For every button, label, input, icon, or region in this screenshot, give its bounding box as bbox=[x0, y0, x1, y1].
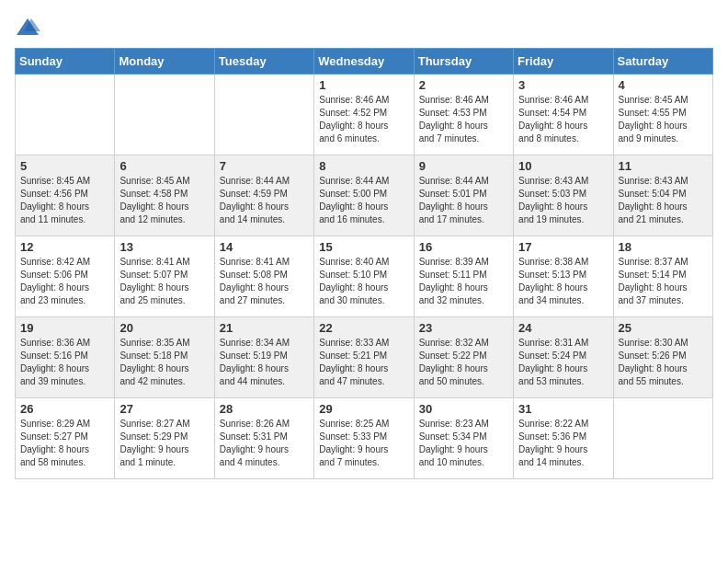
calendar-cell: 18Sunrise: 8:37 AM Sunset: 5:14 PM Dayli… bbox=[613, 236, 712, 317]
day-info: Sunrise: 8:31 AM Sunset: 5:24 PM Dayligh… bbox=[518, 337, 608, 388]
day-number: 16 bbox=[419, 240, 508, 254]
calendar-cell: 29Sunrise: 8:25 AM Sunset: 5:33 PM Dayli… bbox=[314, 398, 414, 479]
day-number: 8 bbox=[319, 159, 408, 173]
day-number: 7 bbox=[220, 159, 309, 173]
day-info: Sunrise: 8:44 AM Sunset: 5:00 PM Dayligh… bbox=[319, 175, 408, 226]
day-number: 22 bbox=[319, 321, 408, 335]
day-header-saturday: Saturday bbox=[613, 49, 712, 75]
calendar-cell: 23Sunrise: 8:32 AM Sunset: 5:22 PM Dayli… bbox=[414, 317, 513, 398]
calendar-cell: 1Sunrise: 8:46 AM Sunset: 4:52 PM Daylig… bbox=[314, 75, 414, 155]
day-number: 2 bbox=[419, 78, 508, 92]
day-info: Sunrise: 8:45 AM Sunset: 4:58 PM Dayligh… bbox=[119, 175, 209, 226]
calendar-cell bbox=[214, 75, 313, 155]
calendar-header-row: SundayMondayTuesdayWednesdayThursdayFrid… bbox=[16, 49, 713, 75]
calendar-cell bbox=[115, 75, 214, 155]
day-info: Sunrise: 8:33 AM Sunset: 5:21 PM Dayligh… bbox=[319, 337, 408, 388]
day-info: Sunrise: 8:46 AM Sunset: 4:53 PM Dayligh… bbox=[419, 94, 508, 145]
day-number: 20 bbox=[119, 321, 209, 335]
calendar-cell: 10Sunrise: 8:43 AM Sunset: 5:03 PM Dayli… bbox=[514, 155, 613, 236]
calendar-cell: 16Sunrise: 8:39 AM Sunset: 5:11 PM Dayli… bbox=[414, 236, 513, 317]
calendar-cell: 28Sunrise: 8:26 AM Sunset: 5:31 PM Dayli… bbox=[214, 398, 313, 479]
day-number: 6 bbox=[119, 159, 209, 173]
day-number: 12 bbox=[20, 240, 109, 254]
page-header bbox=[15, 15, 713, 40]
day-info: Sunrise: 8:45 AM Sunset: 4:55 PM Dayligh… bbox=[619, 94, 708, 145]
day-header-thursday: Thursday bbox=[414, 49, 513, 75]
day-number: 15 bbox=[319, 240, 408, 254]
calendar-cell: 19Sunrise: 8:36 AM Sunset: 5:16 PM Dayli… bbox=[16, 317, 115, 398]
logo bbox=[15, 15, 44, 40]
calendar-cell: 9Sunrise: 8:44 AM Sunset: 5:01 PM Daylig… bbox=[414, 155, 513, 236]
calendar-cell: 22Sunrise: 8:33 AM Sunset: 5:21 PM Dayli… bbox=[314, 317, 414, 398]
calendar-cell bbox=[16, 75, 115, 155]
calendar-cell: 30Sunrise: 8:23 AM Sunset: 5:34 PM Dayli… bbox=[414, 398, 513, 479]
calendar-cell: 27Sunrise: 8:27 AM Sunset: 5:29 PM Dayli… bbox=[115, 398, 214, 479]
day-info: Sunrise: 8:34 AM Sunset: 5:19 PM Dayligh… bbox=[220, 337, 309, 388]
logo-icon bbox=[15, 15, 40, 40]
calendar-week-3: 12Sunrise: 8:42 AM Sunset: 5:06 PM Dayli… bbox=[16, 236, 713, 317]
day-info: Sunrise: 8:22 AM Sunset: 5:36 PM Dayligh… bbox=[518, 418, 608, 469]
day-number: 19 bbox=[20, 321, 109, 335]
day-number: 31 bbox=[518, 402, 608, 416]
calendar-cell: 12Sunrise: 8:42 AM Sunset: 5:06 PM Dayli… bbox=[16, 236, 115, 317]
day-info: Sunrise: 8:46 AM Sunset: 4:52 PM Dayligh… bbox=[319, 94, 408, 145]
day-number: 21 bbox=[220, 321, 309, 335]
day-number: 1 bbox=[319, 78, 408, 92]
day-info: Sunrise: 8:25 AM Sunset: 5:33 PM Dayligh… bbox=[319, 418, 408, 469]
calendar-cell: 26Sunrise: 8:29 AM Sunset: 5:27 PM Dayli… bbox=[16, 398, 115, 479]
day-number: 30 bbox=[419, 402, 508, 416]
day-info: Sunrise: 8:43 AM Sunset: 5:03 PM Dayligh… bbox=[518, 175, 608, 226]
day-header-tuesday: Tuesday bbox=[214, 49, 313, 75]
day-info: Sunrise: 8:39 AM Sunset: 5:11 PM Dayligh… bbox=[419, 256, 508, 307]
calendar-cell: 11Sunrise: 8:43 AM Sunset: 5:04 PM Dayli… bbox=[613, 155, 712, 236]
day-number: 17 bbox=[518, 240, 608, 254]
day-number: 3 bbox=[518, 78, 608, 92]
day-info: Sunrise: 8:29 AM Sunset: 5:27 PM Dayligh… bbox=[20, 418, 109, 469]
day-info: Sunrise: 8:37 AM Sunset: 5:14 PM Dayligh… bbox=[619, 256, 708, 307]
day-number: 18 bbox=[619, 240, 708, 254]
day-number: 5 bbox=[20, 159, 109, 173]
calendar-cell: 15Sunrise: 8:40 AM Sunset: 5:10 PM Dayli… bbox=[314, 236, 414, 317]
day-info: Sunrise: 8:46 AM Sunset: 4:54 PM Dayligh… bbox=[518, 94, 608, 145]
day-number: 4 bbox=[619, 78, 708, 92]
day-number: 9 bbox=[419, 159, 508, 173]
calendar-cell: 25Sunrise: 8:30 AM Sunset: 5:26 PM Dayli… bbox=[613, 317, 712, 398]
calendar-cell: 2Sunrise: 8:46 AM Sunset: 4:53 PM Daylig… bbox=[414, 75, 513, 155]
day-info: Sunrise: 8:26 AM Sunset: 5:31 PM Dayligh… bbox=[220, 418, 309, 469]
day-info: Sunrise: 8:44 AM Sunset: 4:59 PM Dayligh… bbox=[220, 175, 309, 226]
day-header-monday: Monday bbox=[115, 49, 214, 75]
day-header-friday: Friday bbox=[514, 49, 613, 75]
day-info: Sunrise: 8:45 AM Sunset: 4:56 PM Dayligh… bbox=[20, 175, 109, 226]
day-number: 29 bbox=[319, 402, 408, 416]
calendar-cell: 6Sunrise: 8:45 AM Sunset: 4:58 PM Daylig… bbox=[115, 155, 214, 236]
day-info: Sunrise: 8:30 AM Sunset: 5:26 PM Dayligh… bbox=[619, 337, 708, 388]
calendar-cell: 31Sunrise: 8:22 AM Sunset: 5:36 PM Dayli… bbox=[514, 398, 613, 479]
day-number: 14 bbox=[220, 240, 309, 254]
day-info: Sunrise: 8:41 AM Sunset: 5:08 PM Dayligh… bbox=[220, 256, 309, 307]
day-info: Sunrise: 8:23 AM Sunset: 5:34 PM Dayligh… bbox=[419, 418, 508, 469]
day-number: 23 bbox=[419, 321, 508, 335]
day-number: 11 bbox=[619, 159, 708, 173]
calendar: SundayMondayTuesdayWednesdayThursdayFrid… bbox=[15, 48, 713, 479]
day-number: 13 bbox=[119, 240, 209, 254]
calendar-cell: 7Sunrise: 8:44 AM Sunset: 4:59 PM Daylig… bbox=[214, 155, 313, 236]
day-info: Sunrise: 8:38 AM Sunset: 5:13 PM Dayligh… bbox=[518, 256, 608, 307]
calendar-cell: 24Sunrise: 8:31 AM Sunset: 5:24 PM Dayli… bbox=[514, 317, 613, 398]
calendar-cell: 3Sunrise: 8:46 AM Sunset: 4:54 PM Daylig… bbox=[514, 75, 613, 155]
day-number: 26 bbox=[20, 402, 109, 416]
day-number: 24 bbox=[518, 321, 608, 335]
calendar-cell: 8Sunrise: 8:44 AM Sunset: 5:00 PM Daylig… bbox=[314, 155, 414, 236]
day-info: Sunrise: 8:36 AM Sunset: 5:16 PM Dayligh… bbox=[20, 337, 109, 388]
calendar-week-5: 26Sunrise: 8:29 AM Sunset: 5:27 PM Dayli… bbox=[16, 398, 713, 479]
day-info: Sunrise: 8:32 AM Sunset: 5:22 PM Dayligh… bbox=[419, 337, 508, 388]
calendar-week-2: 5Sunrise: 8:45 AM Sunset: 4:56 PM Daylig… bbox=[16, 155, 713, 236]
day-info: Sunrise: 8:43 AM Sunset: 5:04 PM Dayligh… bbox=[619, 175, 708, 226]
day-info: Sunrise: 8:44 AM Sunset: 5:01 PM Dayligh… bbox=[419, 175, 508, 226]
day-header-wednesday: Wednesday bbox=[314, 49, 414, 75]
calendar-cell: 5Sunrise: 8:45 AM Sunset: 4:56 PM Daylig… bbox=[16, 155, 115, 236]
day-number: 28 bbox=[220, 402, 309, 416]
day-info: Sunrise: 8:42 AM Sunset: 5:06 PM Dayligh… bbox=[20, 256, 109, 307]
calendar-cell: 17Sunrise: 8:38 AM Sunset: 5:13 PM Dayli… bbox=[514, 236, 613, 317]
day-number: 25 bbox=[619, 321, 708, 335]
calendar-cell bbox=[613, 398, 712, 479]
